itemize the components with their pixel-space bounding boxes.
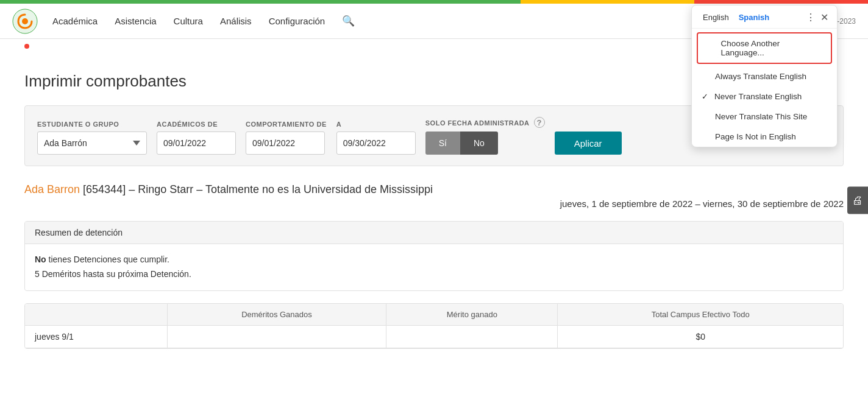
summary-header: Resumen de detención xyxy=(25,222,843,244)
nav-links: Académica Asistencia Cultura Análisis Co… xyxy=(52,15,744,27)
academicos-filter-label: ACADÉMICOS DE xyxy=(157,121,236,128)
table-col4-header: Total Campus Efectivo Todo xyxy=(558,304,843,326)
table-col1-header xyxy=(25,304,167,326)
academicos-date-input[interactable] xyxy=(157,132,236,155)
nav-asistencia[interactable]: Asistencia xyxy=(115,16,156,26)
summary-box: Resumen de detención No tienes Detencion… xyxy=(24,221,844,291)
close-icon[interactable]: ✕ xyxy=(820,12,828,23)
solo-fecha-filter-field: SOLO FECHA ADMINISTRADA ? Sí No xyxy=(425,117,545,155)
date-range-line: jueves, 1 de septiembre de 2022 – vierne… xyxy=(24,198,844,209)
table-col3-header: Mérito ganado xyxy=(386,304,558,326)
alert-dot xyxy=(24,44,29,49)
more-options-icon[interactable]: ⋮ xyxy=(806,12,816,23)
si-no-group: Sí No xyxy=(425,132,545,155)
never-translate-site-item[interactable]: Never Translate This Site xyxy=(692,107,837,127)
a-date-input[interactable] xyxy=(336,132,416,155)
svg-point-1 xyxy=(22,18,28,24)
search-icon[interactable]: 🔍 xyxy=(342,15,355,27)
comportamiento-filter-label: COMPORTAMIENTO DE xyxy=(246,121,327,128)
spanish-lang-button[interactable]: Spanish xyxy=(736,12,772,23)
academicos-filter-field: ACADÉMICOS DE xyxy=(157,121,236,155)
a-filter-field: A xyxy=(336,121,416,155)
always-translate-item[interactable]: Always Translate English xyxy=(692,66,837,86)
nav-analisis[interactable]: Análisis xyxy=(220,16,252,26)
nav-academica[interactable]: Académica xyxy=(52,16,98,26)
data-table: Deméritos Ganados Mérito ganado Total Ca… xyxy=(24,303,844,349)
translate-header: English Spanish ⋮ ✕ xyxy=(692,5,837,29)
separator1: – xyxy=(129,183,138,195)
table-cell-date: jueves 9/1 xyxy=(25,325,167,348)
comportamiento-filter-field: COMPORTAMIENTO DE xyxy=(246,121,327,155)
nav-cultura[interactable]: Cultura xyxy=(174,16,203,26)
school-name: Ringo Starr xyxy=(138,183,193,195)
table-row: jueves 9/1 $0 xyxy=(25,325,843,348)
summary-line1: No tienes Detenciones que cumplir. xyxy=(35,253,833,267)
student-id-value: [654344] xyxy=(83,183,126,195)
never-translate-item[interactable]: Never Translate English xyxy=(692,86,837,107)
aplicar-button[interactable]: Aplicar xyxy=(555,132,622,155)
comportamiento-date-input[interactable] xyxy=(246,132,325,155)
app-logo[interactable] xyxy=(12,9,38,34)
table-col2-header: Deméritos Ganados xyxy=(167,304,386,326)
table-cell-total: $0 xyxy=(558,325,843,348)
help-hint-icon: ? xyxy=(534,117,545,128)
separator2: – xyxy=(196,183,205,195)
translate-popup: English Spanish ⋮ ✕ Choose Another Langu… xyxy=(691,5,838,147)
student-filter-field: ESTUDIANTE O GRUPO Ada Barrón xyxy=(37,121,147,155)
solo-fecha-label: SOLO FECHA ADMINISTRADA ? xyxy=(425,117,545,128)
si-button[interactable]: Sí xyxy=(425,132,460,155)
student-info-line: Ada Barron [654344] – Ringo Starr – Tota… xyxy=(24,183,844,196)
choose-another-language-item[interactable]: Choose Another Language... xyxy=(697,32,832,64)
nav-configuracion[interactable]: Configuración xyxy=(269,16,326,26)
student-select[interactable]: Ada Barrón xyxy=(37,132,147,155)
no-button[interactable]: No xyxy=(460,132,498,155)
table-cell-merito xyxy=(386,325,558,348)
student-name: Ada Barron xyxy=(24,183,80,195)
student-filter-label: ESTUDIANTE O GRUPO xyxy=(37,121,147,128)
a-filter-label: A xyxy=(336,121,416,128)
table-cell-demerito xyxy=(167,325,386,348)
summary-body: No tienes Detenciones que cumplir. 5 Dem… xyxy=(25,244,843,290)
program-name: Totalmente no es la Universidad de Missi… xyxy=(205,183,433,195)
english-lang-button[interactable]: English xyxy=(700,12,731,23)
page-not-in-english-item[interactable]: Page Is Not in English xyxy=(692,127,837,147)
summary-line2: 5 Deméritos hasta su próxima Detención. xyxy=(35,267,833,282)
